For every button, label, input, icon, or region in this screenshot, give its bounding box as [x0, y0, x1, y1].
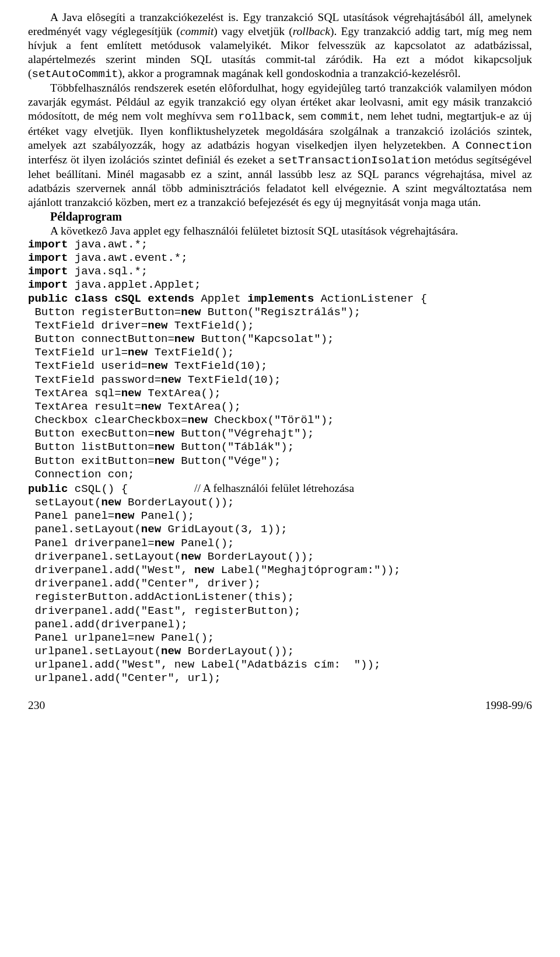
code-imports: import java.awt.*; import java.awt.event… [28, 238, 201, 292]
section-intro: A következô Java applet egy felhasználói… [28, 224, 532, 238]
code-constructor-signature: public cSQL() { // A felhasználói felüle… [28, 483, 354, 495]
page-footer: 230 1998-99/6 [28, 696, 532, 712]
body-paragraph-2: Többfelhasználós rendszerek esetén elôfo… [28, 81, 532, 209]
code-block: import java.awt.*; import java.awt.event… [28, 238, 532, 686]
page: A Java elôsegíti a tranzakciókezelést is… [0, 0, 560, 727]
code-constructor-body: setLayout(new BorderLayout()); Panel pan… [28, 496, 401, 684]
code-fields: Button registerButton=new Button("Regisz… [28, 306, 360, 481]
section-heading: Példaprogram [28, 209, 532, 224]
code-class-declaration: public class cSQL extends Applet impleme… [28, 292, 427, 305]
issue-label: 1998-99/6 [485, 698, 532, 712]
page-number: 230 [28, 698, 45, 712]
body-paragraph-1: A Java elôsegíti a tranzakciókezelést is… [28, 11, 532, 81]
